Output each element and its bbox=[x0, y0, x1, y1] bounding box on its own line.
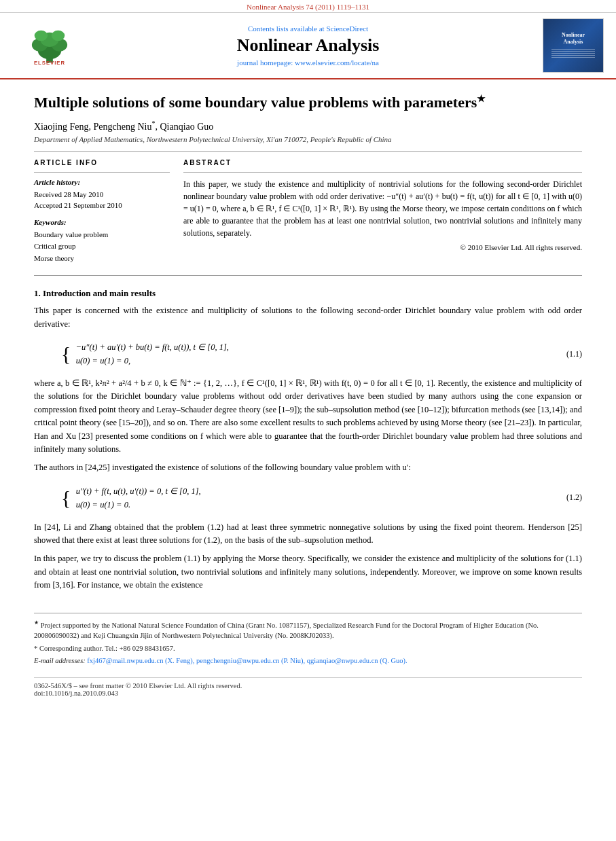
paper-title: Multiple solutions of some boundary valu… bbox=[34, 93, 582, 113]
eq-brace-1: { bbox=[61, 342, 71, 365]
footnote-emails: fxj467@mail.nwpu.edu.cn (X. Feng), pengc… bbox=[87, 657, 407, 664]
issn-line: 0362-546X/$ – see front matter © 2010 El… bbox=[34, 682, 582, 690]
section-divider bbox=[34, 275, 582, 276]
footnote-star: ★ bbox=[34, 620, 39, 626]
abstract-header: ABSTRACT bbox=[183, 159, 582, 166]
section1-para1: This paper is concerned with the existen… bbox=[34, 304, 582, 331]
equation-1-2-content: { u″(t) + f(t, u(t), u′(t)) = 0, t ∈ [0,… bbox=[61, 484, 541, 512]
affiliation: Department of Applied Mathematics, North… bbox=[34, 135, 582, 143]
keyword-2: Critical group bbox=[34, 240, 170, 253]
footnote-3: E-mail addresses: fxj467@mail.nwpu.edu.c… bbox=[34, 656, 582, 666]
svg-point-5 bbox=[35, 31, 48, 41]
section-1-title: 1. Introduction and main results bbox=[34, 288, 582, 299]
eq-1-1-line1: −u″(t) + au′(t) + bu(t) = f(t, u(t)), t … bbox=[76, 340, 229, 354]
keywords-label: Keywords: bbox=[34, 218, 170, 226]
svg-point-6 bbox=[52, 31, 65, 41]
journal-citation-bar: Nonlinear Analysis 74 (2011) 1119–1131 bbox=[0, 0, 616, 13]
section1-para5: In this paper, we try to discuss the pro… bbox=[34, 552, 582, 592]
article-info-abstract-row: ARTICLE INFO Article history: Received 2… bbox=[34, 159, 582, 265]
eq-1-1-line2: u(0) = u(1) = 0, bbox=[76, 354, 229, 368]
journal-header: ELSEVIER Contents lists available at Sci… bbox=[0, 13, 616, 79]
history-label: Article history: bbox=[34, 178, 170, 186]
footnote-1: ★ Project supported by the National Natu… bbox=[34, 619, 582, 641]
eq-1-1-lines: −u″(t) + au′(t) + bu(t) = f(t, u(t)), t … bbox=[76, 340, 229, 368]
copyright-text: © 2010 Elsevier Ltd. All rights reserved… bbox=[183, 243, 582, 251]
article-info-column: ARTICLE INFO Article history: Received 2… bbox=[34, 159, 170, 265]
elsevier-logo-area: ELSEVIER bbox=[12, 25, 87, 66]
sciencedirect-link: Contents lists available at ScienceDirec… bbox=[87, 24, 529, 33]
authors-main: Xiaojing Feng, Pengcheng Niu bbox=[34, 122, 151, 132]
footnote-section: ★ Project supported by the National Natu… bbox=[34, 613, 582, 667]
journal-header-center: Contents lists available at ScienceDirec… bbox=[87, 24, 529, 67]
doi-line: doi:10.1016/j.na.2010.09.043 bbox=[34, 690, 582, 697]
paper-title-text: Multiple solutions of some boundary valu… bbox=[34, 94, 477, 111]
received-line: Received 28 May 2010 bbox=[34, 189, 170, 200]
keyword-1: Boundary value problem bbox=[34, 229, 170, 241]
homepage-label: journal homepage: bbox=[237, 58, 293, 67]
abstract-divider bbox=[183, 172, 582, 173]
journal-cover-image: NonlinearAnalysis bbox=[543, 18, 604, 73]
equation-1-1: { −u″(t) + au′(t) + bu(t) = f(t, u(t)), … bbox=[34, 340, 582, 368]
main-content: Multiple solutions of some boundary valu… bbox=[0, 79, 616, 711]
citation-text: Nonlinear Analysis 74 (2011) 1119–1131 bbox=[247, 3, 369, 11]
equation-1-1-content: { −u″(t) + au′(t) + bu(t) = f(t, u(t)), … bbox=[61, 340, 541, 368]
svg-text:ELSEVIER: ELSEVIER bbox=[34, 60, 65, 66]
footnote-email-label: E-mail addresses: bbox=[34, 657, 86, 664]
eq-1-2-lines: u″(t) + f(t, u(t), u′(t)) = 0, t ∈ [0, 1… bbox=[76, 484, 201, 512]
keyword-3: Morse theory bbox=[34, 253, 170, 265]
article-info-divider bbox=[34, 172, 170, 173]
article-info-header: ARTICLE INFO bbox=[34, 159, 170, 166]
abstract-column: ABSTRACT In this paper, we study the exi… bbox=[183, 159, 582, 265]
homepage-url: www.elsevier.com/locate/na bbox=[295, 58, 379, 67]
elsevier-logo: ELSEVIER bbox=[12, 25, 87, 66]
authors-line: Xiaojing Feng, Pengcheng Niu*, Qianqiao … bbox=[34, 120, 582, 132]
elsevier-tree-icon: ELSEVIER bbox=[26, 25, 73, 66]
eq-1-2-number: (1.2) bbox=[541, 493, 582, 503]
section1-para2: where a, b ∈ ℝ¹, k²π² + a²/4 + b ≠ 0, k … bbox=[34, 377, 582, 456]
cover-title: NonlinearAnalysis bbox=[562, 32, 585, 45]
eq-brace-2: { bbox=[61, 486, 71, 509]
eq-1-2-line2: u(0) = u(1) = 0. bbox=[76, 498, 201, 512]
equation-1-2: { u″(t) + f(t, u(t), u′(t)) = 0, t ∈ [0,… bbox=[34, 484, 582, 512]
authors-end: , Qianqiao Guo bbox=[155, 122, 213, 132]
footnote-2: * Corresponding author. Tel.: +86 029 88… bbox=[34, 643, 582, 654]
section1-para3: The authors in [24,25] investigated the … bbox=[34, 461, 582, 474]
section1-para4: In [24], Li and Zhang obtained that the … bbox=[34, 521, 582, 548]
title-star: ★ bbox=[477, 94, 486, 104]
eq-1-2-line1: u″(t) + f(t, u(t), u′(t)) = 0, t ∈ [0, 1… bbox=[76, 484, 201, 498]
journal-homepage: journal homepage: www.elsevier.com/locat… bbox=[87, 58, 529, 67]
cover-lines bbox=[551, 48, 595, 59]
keywords-list: Boundary value problem Critical group Mo… bbox=[34, 229, 170, 265]
sciencedirect-label: ScienceDirect bbox=[326, 24, 368, 33]
received-text: Received 28 May 2010 Accepted 21 Septemb… bbox=[34, 189, 170, 211]
bottom-bar: 0362-546X/$ – see front matter © 2010 El… bbox=[34, 677, 582, 697]
journal-title: Nonlinear Analysis bbox=[87, 35, 529, 56]
contents-available-label: Contents lists available at bbox=[248, 24, 325, 33]
eq-1-1-number: (1.1) bbox=[541, 349, 582, 359]
footnote-1-text: Project supported by the National Natura… bbox=[34, 621, 539, 639]
journal-cover-area: NonlinearAnalysis bbox=[529, 18, 604, 73]
accepted-line: Accepted 21 September 2010 bbox=[34, 200, 170, 211]
abstract-text: In this paper, we study the existence an… bbox=[183, 178, 582, 239]
header-divider bbox=[34, 151, 582, 152]
